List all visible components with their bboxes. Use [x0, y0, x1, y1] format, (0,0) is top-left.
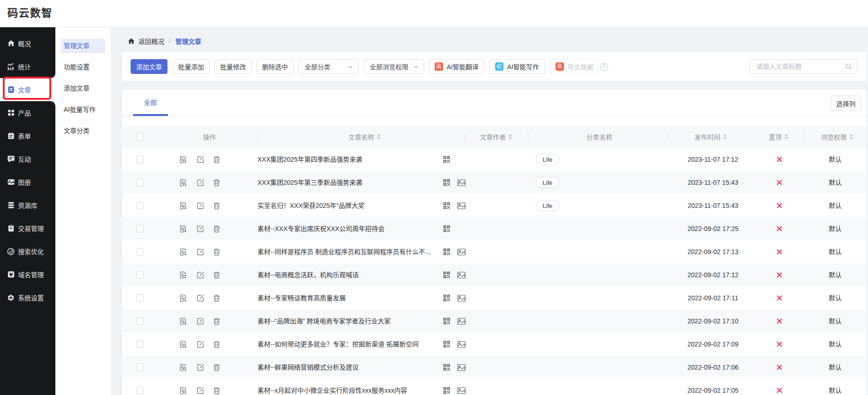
image-thumbnail-icon[interactable] — [457, 364, 466, 371]
article-title[interactable]: 实至名归！XXX荣获2025年“品牌大奖 — [257, 194, 365, 217]
delete-trash-icon[interactable] — [213, 364, 221, 371]
header-publish-time[interactable]: 发布时间 — [694, 126, 727, 148]
article-title[interactable]: 素材--x月起对中小微企业实行阶段性xxx服务xxx内容 — [257, 379, 407, 395]
delete-trash-icon[interactable] — [213, 248, 221, 256]
preview-document-icon[interactable] — [179, 271, 187, 279]
pinned-cross-icon[interactable] — [777, 310, 782, 333]
image-thumbnail-icon[interactable] — [457, 387, 466, 394]
row-checkbox[interactable] — [136, 364, 144, 371]
edit-icon[interactable] — [197, 294, 204, 302]
sort-caret-icon[interactable] — [723, 134, 727, 140]
image-thumbnail-icon[interactable] — [457, 249, 466, 255]
image-thumbnail-icon[interactable] — [457, 179, 466, 186]
search-input[interactable] — [756, 63, 845, 70]
qr-code-icon[interactable] — [443, 317, 450, 325]
article-title[interactable]: 素材--同样是程序员 制造业程序员和互联网程序员有什么不... — [257, 240, 431, 263]
header-permission[interactable]: 浏览权限 — [821, 126, 853, 148]
tab-all[interactable]: 全部 — [133, 90, 168, 116]
edit-icon[interactable] — [197, 317, 204, 325]
delete-trash-icon[interactable] — [213, 317, 221, 325]
sort-caret-icon[interactable] — [377, 134, 381, 140]
delete-trash-icon[interactable] — [213, 271, 221, 279]
qr-code-icon[interactable] — [443, 340, 450, 348]
submenu-item-3[interactable]: 添加文章 — [61, 81, 105, 96]
add-article-button[interactable]: 添加文章 — [131, 59, 168, 74]
edit-icon[interactable] — [197, 225, 204, 233]
header-pinned[interactable]: 置顶 — [769, 126, 788, 148]
edit-icon[interactable] — [197, 387, 204, 395]
qr-code-icon[interactable] — [443, 271, 450, 279]
search-icon[interactable] — [845, 63, 852, 70]
row-checkbox[interactable] — [136, 179, 144, 186]
image-thumbnail-icon[interactable] — [457, 295, 466, 302]
preview-document-icon[interactable] — [179, 248, 187, 256]
permission-filter-select[interactable]: 全部浏览权限 — [364, 59, 424, 74]
preview-document-icon[interactable] — [179, 156, 187, 164]
pinned-cross-icon[interactable] — [777, 263, 782, 286]
sidebar-item-11[interactable]: 域名管理 — [0, 263, 55, 286]
delete-trash-icon[interactable] — [213, 225, 221, 233]
sort-caret-icon[interactable] — [509, 134, 512, 140]
sort-caret-icon[interactable] — [784, 134, 788, 140]
sidebar-item-10[interactable]: 搜索优化 — [0, 240, 55, 263]
delete-selected-button[interactable]: 删除选中 — [257, 59, 293, 74]
delete-trash-icon[interactable] — [213, 179, 221, 187]
qr-code-icon[interactable] — [443, 364, 450, 371]
breadcrumb-back-link[interactable]: 返回概况 — [138, 36, 164, 46]
sidebar-item-2[interactable]: 统计 — [0, 55, 55, 78]
submenu-item-4[interactable]: AI批量写作 — [61, 103, 105, 117]
qr-code-icon[interactable] — [443, 225, 450, 232]
pinned-cross-icon[interactable] — [777, 194, 782, 217]
pinned-cross-icon[interactable] — [777, 333, 782, 356]
sidebar-item-7[interactable]: 图册 — [0, 170, 55, 194]
preview-document-icon[interactable] — [179, 225, 187, 233]
sidebar-item-5[interactable]: 表单 — [0, 124, 55, 147]
row-checkbox[interactable] — [136, 317, 144, 325]
submenu-item-1[interactable]: 管理文章 — [61, 39, 105, 53]
batch-edit-button[interactable]: 批量修改 — [215, 59, 251, 74]
article-title[interactable]: XXX集团2025年第四季新品强势来袭 — [257, 148, 362, 171]
article-title[interactable]: 素材--如何带动更多就业？专家：挖掘新渠道 拓展新空间 — [257, 333, 419, 356]
preview-document-icon[interactable] — [179, 317, 187, 325]
delete-trash-icon[interactable] — [213, 387, 221, 395]
qr-code-icon[interactable] — [443, 294, 450, 302]
delete-trash-icon[interactable] — [213, 340, 221, 348]
image-thumbnail-icon[interactable] — [457, 318, 466, 325]
sort-caret-icon[interactable] — [850, 134, 853, 140]
home-icon[interactable] — [128, 38, 135, 45]
row-checkbox[interactable] — [136, 387, 144, 394]
pinned-cross-icon[interactable] — [777, 240, 782, 263]
sidebar-item-8[interactable]: 资源库 — [0, 194, 55, 217]
qr-code-icon[interactable] — [443, 179, 450, 186]
sidebar-item-3[interactable]: 文章 — [0, 78, 55, 101]
pinned-cross-icon[interactable] — [777, 286, 782, 310]
article-title[interactable]: 素材--“品牌出海” 跨境电商专家学者及行业大家 — [257, 310, 391, 333]
qr-code-icon[interactable] — [443, 156, 450, 163]
qr-code-icon[interactable] — [443, 387, 450, 394]
ai-write-button[interactable]: 初 AI智能写作 — [489, 59, 545, 74]
header-author[interactable]: 文章作者 — [480, 126, 512, 148]
row-checkbox[interactable] — [136, 248, 144, 255]
sidebar-item-6[interactable]: 互动 — [0, 147, 55, 170]
row-checkbox[interactable] — [136, 294, 144, 302]
preview-document-icon[interactable] — [179, 364, 187, 371]
image-thumbnail-icon[interactable] — [457, 341, 466, 348]
edit-icon[interactable] — [197, 202, 204, 210]
row-checkbox[interactable] — [136, 156, 144, 163]
edit-icon[interactable] — [197, 340, 204, 348]
choose-columns-button[interactable]: 选择列 — [831, 96, 861, 111]
delete-trash-icon[interactable] — [213, 156, 221, 164]
submenu-item-2[interactable]: 功能设置 — [61, 60, 105, 74]
pinned-cross-icon[interactable] — [777, 356, 782, 379]
preview-document-icon[interactable] — [179, 179, 187, 187]
row-checkbox[interactable] — [136, 340, 144, 348]
sidebar-item-4[interactable]: 产品 — [0, 101, 55, 124]
sidebar-item-12[interactable]: 系统设置 — [0, 286, 55, 309]
pinned-cross-icon[interactable] — [777, 379, 782, 395]
article-title[interactable]: XXX集团2025年第三季新品强势来袭 — [257, 171, 362, 194]
select-all-checkbox[interactable] — [136, 133, 144, 140]
row-checkbox[interactable] — [136, 225, 144, 232]
row-checkbox[interactable] — [136, 271, 144, 279]
header-title[interactable]: 文章名称 — [348, 126, 381, 148]
row-checkbox[interactable] — [136, 202, 144, 209]
